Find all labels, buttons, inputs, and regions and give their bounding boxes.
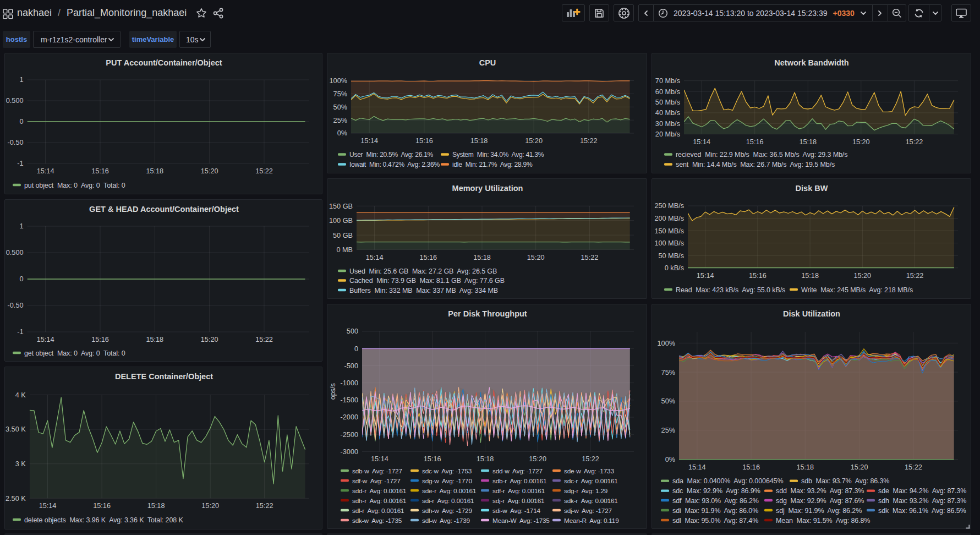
svg-text:1: 1 xyxy=(19,222,23,230)
svg-text:Per Disk Throughput: Per Disk Throughput xyxy=(448,309,527,318)
svg-text:sdb-r Avg: 0.00161: sdb-r Avg: 0.00161 xyxy=(492,477,546,485)
svg-text:sdg-w Avg: -1770: sdg-w Avg: -1770 xyxy=(422,477,472,485)
svg-text:sdk Max: 96.1% Avg: 86.5%: sdk Max: 96.1% Avg: 86.5% xyxy=(878,507,966,515)
svg-text:100 GB: 100 GB xyxy=(329,217,353,225)
svg-text:Mean Max: 91.5% Avg: 86.8%: Mean Max: 91.5% Avg: 86.8% xyxy=(776,517,870,525)
svg-text:25%: 25% xyxy=(333,117,347,124)
svg-text:15:20: 15:20 xyxy=(525,137,543,145)
svg-text:sdc-r Avg: 0.00161: sdc-r Avg: 0.00161 xyxy=(564,477,618,485)
svg-text:delete objects Max: 3.96 K A: delete objects Max: 3.96 K Avg: 3.36 K T… xyxy=(24,516,184,524)
svg-text:Memory Utilization: Memory Utilization xyxy=(452,184,523,193)
svg-text:idle Min: 21.7% Avg: 28.9%: idle Min: 21.7% Avg: 28.9% xyxy=(452,161,533,168)
svg-text:15:20: 15:20 xyxy=(527,254,545,261)
svg-text:50 GB: 50 GB xyxy=(333,232,353,239)
svg-text:sdf-w Avg: -1727: sdf-w Avg: -1727 xyxy=(352,477,401,485)
svg-text:15:18: 15:18 xyxy=(146,336,163,343)
svg-text:30 Mb/s: 30 Mb/s xyxy=(655,120,680,128)
svg-text:15:16: 15:16 xyxy=(746,138,764,146)
svg-text:-3000: -3000 xyxy=(341,448,358,456)
svg-text:15:16: 15:16 xyxy=(749,272,767,280)
svg-text:sdb Max: 93.7% Avg: 86.3%: sdb Max: 93.7% Avg: 86.3% xyxy=(801,477,889,485)
svg-text:15:18: 15:18 xyxy=(470,137,488,145)
svg-text:0%: 0% xyxy=(665,456,675,463)
svg-text:0%: 0% xyxy=(337,129,347,137)
svg-text:sdk-r Avg: 0.00161: sdk-r Avg: 0.00161 xyxy=(564,497,618,505)
svg-text:sent Min: 14.4 Mb/s Max: 26.: sent Min: 14.4 Mb/s Max: 26.7 Mb/s Avg: … xyxy=(676,161,835,168)
svg-text:15:14: 15:14 xyxy=(37,167,54,175)
svg-text:2.50 K: 2.50 K xyxy=(6,495,26,503)
svg-text:-500: -500 xyxy=(344,362,358,370)
svg-text:15:18: 15:18 xyxy=(796,463,814,471)
svg-text:sdk-w Avg: -1735: sdk-w Avg: -1735 xyxy=(352,517,402,525)
svg-text:sdd-w Avg: -1727: sdd-w Avg: -1727 xyxy=(492,467,543,475)
svg-text:15:16: 15:16 xyxy=(742,463,760,471)
svg-text:sdl-r Avg: 0.00161: sdl-r Avg: 0.00161 xyxy=(352,507,404,515)
svg-text:50%: 50% xyxy=(333,103,347,111)
svg-text:15:20: 15:20 xyxy=(853,272,871,280)
svg-text:15:16: 15:16 xyxy=(93,502,111,510)
svg-text:25%: 25% xyxy=(661,427,675,434)
svg-text:75%: 75% xyxy=(333,90,347,98)
svg-text:sdf Max: 93.0% Avg: 86.2%: sdf Max: 93.0% Avg: 86.2% xyxy=(672,497,759,505)
svg-text:Network Bandwidth: Network Bandwidth xyxy=(774,58,848,67)
svg-text:-2000: -2000 xyxy=(341,413,358,421)
svg-text:15:22: 15:22 xyxy=(905,463,922,471)
svg-text:50%: 50% xyxy=(661,397,675,405)
svg-text:15:22: 15:22 xyxy=(581,254,599,261)
svg-text:15:16: 15:16 xyxy=(415,137,433,145)
svg-text:0.500: 0.500 xyxy=(6,249,24,256)
svg-text:15:18: 15:18 xyxy=(146,167,163,175)
svg-text:15:22: 15:22 xyxy=(256,502,273,510)
svg-text:100%: 100% xyxy=(658,340,675,347)
svg-text:15:16: 15:16 xyxy=(91,167,109,175)
svg-text:50 MB/s: 50 MB/s xyxy=(658,252,684,260)
svg-text:15:14: 15:14 xyxy=(688,463,706,471)
svg-text:User Min: 20.5% Avg: 26.1%: User Min: 20.5% Avg: 26.1% xyxy=(349,151,434,159)
svg-text:15:18: 15:18 xyxy=(799,138,817,146)
svg-text:sdh-w Avg: -1729: sdh-w Avg: -1729 xyxy=(422,507,472,515)
svg-text:Mean-W Avg: -1735: Mean-W Avg: -1735 xyxy=(492,517,550,525)
svg-text:15:20: 15:20 xyxy=(201,167,218,175)
svg-text:-0.50: -0.50 xyxy=(8,139,24,146)
svg-text:-1500: -1500 xyxy=(341,396,358,404)
svg-text:500: 500 xyxy=(347,327,358,335)
svg-text:sdc-w Avg: -1753: sdc-w Avg: -1753 xyxy=(422,467,472,475)
svg-text:-0.50: -0.50 xyxy=(8,302,24,309)
svg-text:Disk Utilization: Disk Utilization xyxy=(783,309,840,318)
svg-text:15:16: 15:16 xyxy=(424,455,441,463)
svg-text:20 Mb/s: 20 Mb/s xyxy=(655,130,680,138)
svg-text:sde-w Avg: -1733: sde-w Avg: -1733 xyxy=(564,467,614,475)
svg-text:sde-r Avg: 0.00161: sde-r Avg: 0.00161 xyxy=(422,487,476,495)
svg-text:put object Max: 0 Avg: 0 To: put object Max: 0 Avg: 0 Total: 0 xyxy=(24,182,125,189)
svg-text:sdl Max: 95.0% Avg: 87.4%: sdl Max: 95.0% Avg: 87.4% xyxy=(672,517,758,525)
svg-text:recieved Min: 22.9 Mb/s Max:: recieved Min: 22.9 Mb/s Max: 36.5 Mb/s A… xyxy=(676,151,847,159)
svg-text:-1: -1 xyxy=(17,328,23,336)
svg-text:15:18: 15:18 xyxy=(477,455,494,463)
svg-text:sdi Max: 91.9% Avg: 86.0%: sdi Max: 91.9% Avg: 86.0% xyxy=(672,507,758,515)
svg-text:15:18: 15:18 xyxy=(801,272,819,280)
svg-text:sdj Max: 91.9% Avg: 86.2%: sdj Max: 91.9% Avg: 86.2% xyxy=(776,507,862,515)
svg-text:100 MB/s: 100 MB/s xyxy=(654,239,684,247)
svg-text:DELETE Container/Object: DELETE Container/Object xyxy=(115,372,213,381)
svg-text:Used Min: 25.6 GB Max: 27.2: Used Min: 25.6 GB Max: 27.2 GB Avg: 26.5… xyxy=(349,268,497,275)
svg-text:0 MB: 0 MB xyxy=(336,246,353,254)
svg-text:100%: 100% xyxy=(330,77,347,85)
svg-text:75%: 75% xyxy=(661,369,675,376)
svg-text:15:22: 15:22 xyxy=(580,137,598,145)
svg-text:40 Mb/s: 40 Mb/s xyxy=(655,109,680,117)
svg-text:150 MB/s: 150 MB/s xyxy=(654,227,684,235)
svg-text:sdc Max: 92.9% Avg: 86.9%: sdc Max: 92.9% Avg: 86.9% xyxy=(672,487,760,495)
svg-text:0: 0 xyxy=(19,275,23,283)
svg-text:Write Max: 245 MB/s Avg: 218: Write Max: 245 MB/s Avg: 218 MB/s xyxy=(801,286,913,294)
svg-text:15:22: 15:22 xyxy=(906,138,923,146)
svg-text:0 kB/s: 0 kB/s xyxy=(665,264,684,272)
svg-text:15:14: 15:14 xyxy=(360,137,378,145)
svg-text:15:20: 15:20 xyxy=(851,463,868,471)
svg-text:sdl-w Avg: -1739: sdl-w Avg: -1739 xyxy=(422,517,470,525)
svg-text:-2500: -2500 xyxy=(341,431,358,439)
svg-text:Buffers Min: 332 MB Max: 337: Buffers Min: 332 MB Max: 337 MB Avg: 334… xyxy=(349,287,498,294)
svg-text:0.500: 0.500 xyxy=(6,97,24,105)
svg-text:15:20: 15:20 xyxy=(852,138,870,146)
svg-text:sdg-r Avg: 1.29: sdg-r Avg: 1.29 xyxy=(564,487,607,495)
svg-text:50 Mb/s: 50 Mb/s xyxy=(655,99,680,106)
